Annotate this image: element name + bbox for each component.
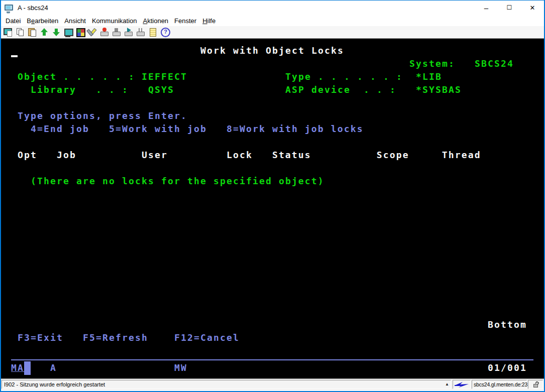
- host-address: sbcs24.gl.menten.de:23: [474, 381, 527, 387]
- help-icon: [160, 28, 169, 37]
- keyboard-map-icon: [88, 28, 97, 37]
- menu-item-aktionen[interactable]: Aktionen: [140, 16, 172, 26]
- maximize-button[interactable]: ☐: [498, 1, 521, 15]
- play-macro-icon: [124, 28, 133, 37]
- paste-button[interactable]: [26, 27, 38, 38]
- library-label: Library: [31, 83, 76, 96]
- toolbar: [1, 26, 544, 39]
- help-button[interactable]: [159, 27, 171, 38]
- bottom-indicator: Bottom: [488, 318, 527, 331]
- minimize-button[interactable]: –: [475, 1, 498, 15]
- system-label: System:: [409, 57, 455, 70]
- stop-macro-button[interactable]: [111, 27, 123, 38]
- send-file-icon: [40, 28, 49, 37]
- menu-item-fenster[interactable]: Fenster: [171, 16, 199, 26]
- function-keys: F3=Exit F5=Refresh F12=Cancel: [18, 331, 240, 344]
- copy-screen-button[interactable]: [2, 27, 14, 38]
- paste-icon: [28, 28, 37, 37]
- title-bar: A - sbcs24 – ☐ ✕: [1, 1, 544, 15]
- options-list: 4=End job 5=Work with job 8=Work with jo…: [31, 122, 364, 136]
- object-value: IEFFECT: [142, 70, 187, 83]
- type-label: Type . . . . . . :: [285, 70, 403, 83]
- copy-icon: [16, 28, 25, 37]
- menu-bar: DateiBearbeitenAnsichtKommunikationAktio…: [1, 15, 544, 26]
- terminal-screen[interactable]: Work with Object LocksSystem:SBCS24Objec…: [1, 39, 544, 378]
- record-macro-button[interactable]: [98, 27, 111, 38]
- color-map-button[interactable]: [74, 27, 86, 38]
- system-value: SBCS24: [475, 57, 514, 70]
- asp-device-value: *SYSBAS: [416, 83, 462, 96]
- oia-separator-line: [11, 359, 533, 360]
- menu-item-ansicht[interactable]: Ansicht: [61, 16, 89, 26]
- text-cursor: [11, 55, 18, 57]
- receive-file-button[interactable]: [50, 27, 62, 38]
- notepad-icon: [148, 28, 157, 37]
- library-dots: . . :: [96, 83, 129, 96]
- status-message-panel: I902 - Sitzung wurde erfolgreich gestart…: [2, 380, 451, 389]
- screen-title: Work with Object Locks: [200, 44, 344, 57]
- stop-macro-icon: [112, 28, 121, 37]
- record-macro-icon: [100, 28, 109, 37]
- library-value: QSYS: [148, 83, 174, 96]
- connection-bolt-icon: [454, 381, 469, 388]
- color-map-icon: [76, 28, 85, 37]
- copy-screen-icon: [4, 28, 13, 37]
- connection-status-panel: [453, 380, 471, 389]
- display-session-button[interactable]: [62, 27, 74, 38]
- terminal-app-icon: [5, 5, 13, 11]
- menu-item-datei[interactable]: Datei: [3, 16, 24, 26]
- asp-device-label: ASP device . . :: [285, 83, 396, 96]
- options-hint: Type options, press Enter.: [18, 109, 187, 122]
- emulator-window: A - sbcs24 – ☐ ✕ DateiBearbeitenAnsichtK…: [0, 0, 545, 392]
- play-macro-button[interactable]: [123, 27, 135, 38]
- status-bar: I902 - Sitzung wurde erfolgreich gestart…: [1, 379, 544, 390]
- oia-system-available: MA: [11, 361, 24, 374]
- oia-block-indicator: [24, 361, 31, 375]
- host-panel: sbcs24.gl.menten.de:23: [472, 380, 527, 389]
- close-button[interactable]: ✕: [521, 1, 544, 15]
- type-value: *LIB: [416, 70, 442, 83]
- notepad-button[interactable]: [147, 27, 159, 38]
- send-file-button[interactable]: [38, 27, 50, 38]
- menu-item-bearbeiten[interactable]: Bearbeiten: [24, 16, 61, 26]
- column-headers: Opt Job User Lock Status Scope Thread: [18, 149, 481, 162]
- copy-button[interactable]: [14, 27, 26, 38]
- pause-macro-button[interactable]: [135, 27, 147, 38]
- menu-item-hilfe[interactable]: Hilfe: [199, 16, 219, 26]
- display-session-icon: [64, 28, 73, 37]
- no-locks-message: (There are no locks for the specified ob…: [31, 175, 324, 188]
- window-controls: – ☐ ✕: [475, 1, 544, 15]
- window-title: A - sbcs24: [18, 4, 48, 12]
- security-panel: [528, 380, 543, 389]
- menu-item-kommunikation[interactable]: Kommunikation: [89, 16, 140, 26]
- receive-file-icon: [52, 28, 61, 37]
- oia-cursor-position: 01/001: [488, 361, 527, 374]
- message-history-button[interactable]: ▲: [445, 382, 449, 387]
- oia-message-wait: MW: [174, 361, 187, 374]
- object-label: Object . . . . . :: [18, 70, 135, 83]
- pause-macro-icon: [136, 28, 145, 37]
- status-message: I902 - Sitzung wurde erfolgreich gestart…: [4, 381, 105, 387]
- keyboard-map-button[interactable]: [86, 27, 98, 38]
- oia-keyboard-indicator: A: [50, 361, 57, 374]
